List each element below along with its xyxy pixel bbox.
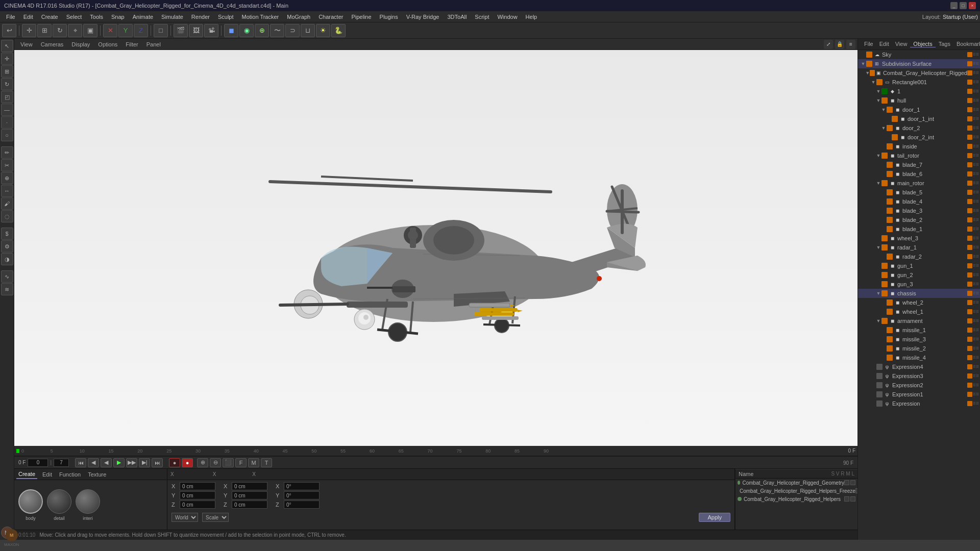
z-rot-field[interactable]: 0° — [284, 500, 320, 509]
menu-script[interactable]: Script — [471, 13, 493, 21]
record-active-btn[interactable]: ● — [182, 458, 193, 467]
obj-item-radar_2[interactable]: ◼radar_2⠿⠿ — [858, 252, 980, 261]
y-rot-field[interactable]: 0° — [284, 491, 320, 499]
tool-sculpt-b[interactable]: ≋ — [1, 283, 13, 295]
menu-file[interactable]: File — [2, 13, 19, 21]
z-pos-field[interactable]: 0 cm — [180, 500, 215, 509]
vp-expand-btn[interactable]: ⤢ — [824, 40, 833, 49]
obj-item-tail_rotor[interactable]: ▼◼tail_rotor⠿⠿ — [858, 151, 980, 160]
geo-item-helpers-freeze[interactable]: Combat_Gray_Helicopter_Rigged_Helpers_Fr… — [736, 487, 857, 495]
mat-tab-create[interactable]: Create — [16, 470, 37, 479]
vp-tab-view[interactable]: View — [16, 40, 37, 48]
obj-item-door_1_int[interactable]: ◼door_1_int⠿⠿ — [858, 114, 980, 123]
obj-item-rectangle001[interactable]: ▼▭Rectangle001⠿⠿ — [858, 78, 980, 87]
tool-morph[interactable]: ◑ — [1, 253, 13, 265]
obj-item-gun_3[interactable]: ◼gun_3⠿⠿ — [858, 280, 980, 289]
menu-3dtoall[interactable]: 3DToAll — [443, 13, 471, 21]
obj-item-blade_2[interactable]: ◼blade_2⠿⠿ — [858, 215, 980, 224]
mat-tab-texture[interactable]: Texture — [86, 470, 108, 479]
mat-sphere-interi[interactable]: interi — [76, 489, 100, 521]
menu-plugins[interactable]: Plugins — [376, 13, 402, 21]
tb-rotate[interactable]: ↻ — [53, 24, 67, 37]
mat-sphere-detail[interactable]: detail — [47, 489, 71, 521]
tb-move[interactable]: ✛ — [22, 24, 36, 37]
prev-frame-btn[interactable]: ◀ — [88, 458, 99, 467]
geo-item-helpers[interactable]: Combat_Gray_Helicopter_Rigged_Helpers — [736, 495, 857, 503]
x-scale-field[interactable]: 0 cm — [232, 482, 267, 490]
tb-cube[interactable]: ◼ — [224, 24, 238, 37]
vp-lock-btn[interactable]: 🔒 — [835, 40, 844, 49]
menu-edit[interactable]: Edit — [19, 13, 37, 21]
tb-python[interactable]: 🐍 — [331, 24, 346, 37]
scale-select[interactable]: Scale — [202, 513, 229, 522]
x-rot-field[interactable]: 0° — [284, 482, 320, 490]
y-pos-field[interactable]: 0 cm — [180, 491, 215, 499]
obj-item-missile_3[interactable]: ◼missile_3⠿⠿ — [858, 335, 980, 344]
obj-item-door_1[interactable]: ▼◼door_1⠿⠿ — [858, 105, 980, 114]
menu-mograph[interactable]: MoGraph — [283, 13, 314, 21]
tool-knife[interactable]: ✂ — [1, 159, 13, 171]
vp-tab-panel[interactable]: Panel — [142, 40, 165, 48]
z-scale-field[interactable]: 0 cm — [232, 500, 267, 509]
play-back-btn[interactable]: ◀ — [101, 458, 112, 467]
tool-mag[interactable]: ⊕ — [1, 172, 13, 184]
obj-item-expression4[interactable]: ψExpression4⠿⠿ — [858, 362, 980, 371]
menu-pipeline[interactable]: Pipeline — [347, 13, 375, 21]
obj-item-subdivision-surface[interactable]: ▼⊞Subdivision Surface⠿⠿ — [858, 59, 980, 68]
tb-box[interactable]: □ — [154, 24, 168, 37]
motion-btn[interactable]: M — [248, 458, 259, 467]
tb-render[interactable]: 🖼 — [189, 24, 203, 37]
tb-undo[interactable]: ↩ — [2, 24, 16, 37]
world-select[interactable]: World Local — [172, 513, 198, 522]
obj-item-blade_4[interactable]: ◼blade_4⠿⠿ — [858, 197, 980, 206]
minimize-btn[interactable]: _ — [950, 2, 958, 9]
obj-item-gun_1[interactable]: ◼gun_1⠿⠿ — [858, 261, 980, 270]
menu-sculpt[interactable]: Sculpt — [214, 13, 238, 21]
apply-button[interactable]: Apply — [699, 513, 730, 522]
tb-select-all[interactable]: ▣ — [83, 24, 97, 37]
menu-animate[interactable]: Animate — [129, 13, 157, 21]
tool-mat[interactable]: $ — [1, 228, 13, 240]
frame-input[interactable]: 0 — [28, 459, 48, 467]
obj-item-expression3[interactable]: ψExpression3⠿⠿ — [858, 371, 980, 381]
menu-motion-tracker[interactable]: Motion Tracker — [238, 13, 283, 21]
vp-tab-cameras[interactable]: Cameras — [37, 40, 68, 48]
tool-rotate[interactable]: ↻ — [1, 78, 13, 90]
rh-tags[interactable]: Tags — [936, 41, 953, 47]
tool-paint[interactable]: 🖌 — [1, 197, 13, 210]
rh-file[interactable]: File — [861, 41, 876, 47]
obj-item-blade_3[interactable]: ◼blade_3⠿⠿ — [858, 206, 980, 215]
go-start-btn[interactable]: ⏮ — [75, 458, 86, 467]
menu-vray[interactable]: V-Ray Bridge — [402, 13, 444, 21]
record-btn[interactable]: ● — [169, 458, 180, 467]
menu-select[interactable]: Select — [62, 13, 86, 21]
obj-item-blade_7[interactable]: ◼blade_7⠿⠿ — [858, 160, 980, 169]
obj-item-sky[interactable]: ☁Sky⠿⠿ — [858, 50, 980, 59]
tool-select[interactable]: ↖ — [1, 40, 13, 52]
play-btn[interactable]: ▶ — [113, 458, 125, 467]
mat-tab-edit[interactable]: Edit — [40, 470, 54, 479]
obj-item-missile_2[interactable]: ◼missile_2⠿⠿ — [858, 344, 980, 353]
tool-rig[interactable]: ⚙ — [1, 240, 13, 253]
vp-menu-btn[interactable]: ≡ — [846, 40, 855, 49]
tb-render-view[interactable]: 🎬 — [174, 24, 188, 37]
menu-snap[interactable]: Snap — [107, 13, 129, 21]
go-end-btn[interactable]: ⏭ — [152, 458, 163, 467]
obj-item-missile_1[interactable]: ◼missile_1⠿⠿ — [858, 325, 980, 335]
next-frame-btn[interactable]: ▶| — [139, 458, 150, 467]
mat-tab-function[interactable]: Function — [57, 470, 83, 479]
tool-bp[interactable]: ∿ — [1, 270, 13, 283]
tb-y[interactable]: Y — [118, 24, 133, 37]
menu-tools[interactable]: Tools — [86, 13, 107, 21]
vp-tab-options[interactable]: Options — [94, 40, 121, 48]
rh-bookmarks[interactable]: Bookmarks — [953, 41, 980, 47]
obj-item-blade_1[interactable]: ◼blade_1⠿⠿ — [858, 224, 980, 234]
obj-item-blade_5[interactable]: ◼blade_5⠿⠿ — [858, 188, 980, 197]
obj-item-radar_1[interactable]: ▼◼radar_1⠿⠿ — [858, 243, 980, 252]
tool-edge[interactable]: — — [1, 104, 13, 116]
timeline-btn[interactable]: T — [261, 458, 272, 467]
menu-create[interactable]: Create — [37, 13, 62, 21]
vp-tab-filter[interactable]: Filter — [121, 40, 142, 48]
key-del-btn[interactable]: ⊖ — [210, 458, 221, 467]
x-pos-field[interactable]: 0 cm — [180, 482, 215, 490]
